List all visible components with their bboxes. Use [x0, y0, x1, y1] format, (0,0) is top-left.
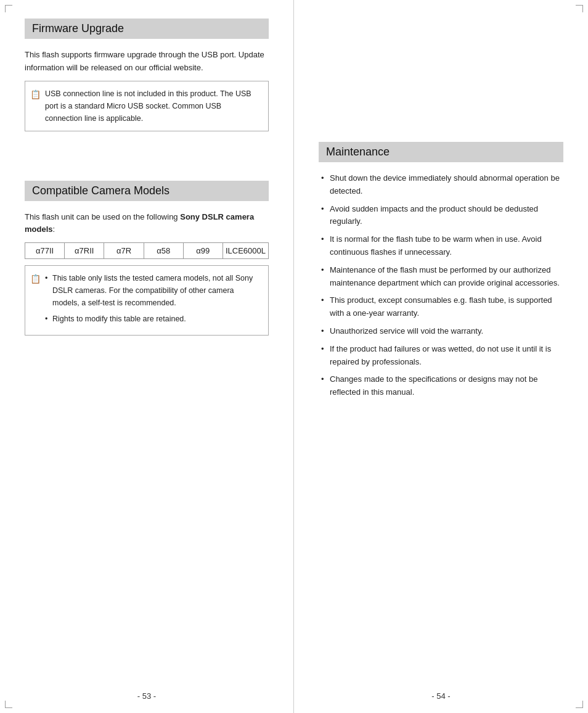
left-page: Firmware Upgrade This flash supports fir… [0, 0, 294, 713]
compatible-note-box: 📋 This table only lists the tested camer… [25, 265, 269, 336]
maintenance-item-7: Changes made to the specifications or de… [319, 373, 563, 399]
compatible-intro-suffix: : [53, 225, 55, 234]
camera-cell-1: α7RII [65, 243, 104, 258]
compatible-intro-prefix: This flash unit can be used on the follo… [25, 212, 180, 221]
note-icon-firmware: 📋 [30, 88, 41, 101]
maintenance-list: Shut down the device immediately should … [319, 172, 563, 399]
camera-cell-3: α58 [144, 243, 184, 258]
right-page-number: - 54 - [431, 691, 450, 701]
note-icon-compatible: 📋 [30, 272, 41, 286]
compatible-intro: This flash unit can be used on the follo… [25, 211, 269, 237]
maintenance-item-6: If the product had failures or was wette… [319, 343, 563, 369]
compatible-note-1: Rights to modify this table are retained… [45, 313, 261, 325]
right-page: Maintenance Shut down the device immedia… [294, 0, 588, 713]
firmware-section: Firmware Upgrade This flash supports fir… [25, 19, 269, 131]
corner-bl [5, 701, 12, 708]
left-page-number: - 53 - [137, 691, 156, 701]
maintenance-title: Maintenance [319, 142, 563, 162]
maintenance-item-3: Maintenance of the flash must be perform… [319, 264, 563, 290]
firmware-note-text: USB connection line is not included in t… [45, 89, 251, 123]
maintenance-item-1: Avoid sudden impacts and the product sho… [319, 203, 563, 229]
maintenance-item-2: It is normal for the flash tube to be wa… [319, 233, 563, 259]
maintenance-item-0: Shut down the device immediately should … [319, 172, 563, 198]
maintenance-item-5: Unauthorized service will void the warra… [319, 325, 563, 338]
page-spread: Firmware Upgrade This flash supports fir… [0, 0, 588, 713]
compatible-note-0: This table only lists the tested camera … [45, 272, 261, 309]
camera-cell-2: α7R [104, 243, 144, 258]
maintenance-item-4: This product, except consumables e.g. fl… [319, 294, 563, 320]
maintenance-section: Maintenance Shut down the device immedia… [319, 142, 563, 399]
corner-tl [5, 5, 12, 12]
compatible-section: Compatible Camera Models This flash unit… [25, 181, 269, 336]
camera-models-table: α77II α7RII α7R α58 α99 ILCE6000L [25, 242, 269, 259]
firmware-note-box: 📋 USB connection line is not included in… [25, 81, 269, 131]
firmware-title: Firmware Upgrade [25, 19, 269, 39]
compatible-title: Compatible Camera Models [25, 181, 269, 201]
compatible-notes-list: This table only lists the tested camera … [45, 272, 261, 325]
corner-br [576, 701, 583, 708]
camera-cell-0: α77II [25, 243, 65, 258]
camera-cell-5: ILCE6000L [223, 243, 268, 258]
camera-cell-4: α99 [184, 243, 223, 258]
corner-tr [576, 5, 583, 12]
firmware-intro: This flash supports firmware upgrade thr… [25, 49, 269, 75]
